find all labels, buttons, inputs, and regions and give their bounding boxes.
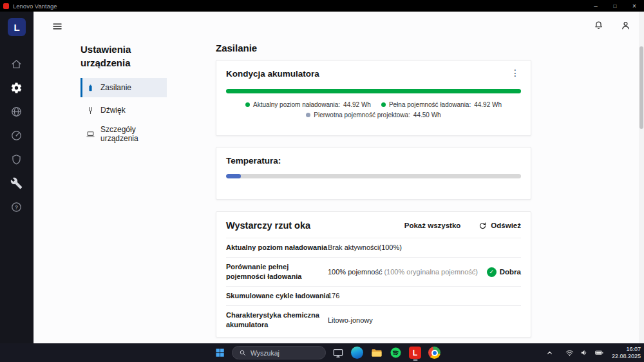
battery-health-bar bbox=[226, 89, 521, 93]
windows-taskbar: Wyszukaj L bbox=[0, 343, 644, 362]
settings-gear-icon[interactable] bbox=[10, 81, 23, 94]
vantage-logo[interactable]: L bbox=[8, 18, 26, 36]
scrollbar-track[interactable] bbox=[639, 12, 644, 343]
row-value: 100% pojemność (100% oryginalna pojemnoś… bbox=[328, 267, 478, 277]
legend-dot bbox=[306, 113, 310, 117]
battery-condition-card: Kondycja akumulatora ⋮ Aktualny poziom n… bbox=[216, 60, 531, 136]
close-button[interactable]: × bbox=[625, 0, 644, 12]
hamburger-menu-icon[interactable] bbox=[52, 21, 63, 32]
battery-legend-row2: Pierwotna pojemność projektowa: 44.50 Wh bbox=[226, 111, 521, 119]
volume-icon[interactable] bbox=[580, 348, 590, 358]
legend-value: 44.92 Wh bbox=[343, 101, 371, 108]
windows-start-icon[interactable] bbox=[213, 344, 227, 361]
lenovo-vantage-window: Lenovo Vantage – □ × L bbox=[0, 0, 644, 362]
security-shield-icon[interactable] bbox=[10, 153, 23, 166]
status-badge: ✓ Dobra bbox=[487, 267, 521, 277]
titlebar: Lenovo Vantage – □ × bbox=[0, 0, 644, 12]
home-icon[interactable] bbox=[10, 57, 23, 70]
nav-item-label: Zasilanie bbox=[100, 83, 131, 92]
legend-label: Pierwotna pojemność projektowa: bbox=[314, 111, 410, 119]
folder-icon[interactable] bbox=[369, 344, 384, 361]
svg-text:?: ? bbox=[15, 204, 18, 210]
wifi-icon[interactable] bbox=[565, 348, 575, 358]
search-icon bbox=[239, 349, 247, 357]
row-label: Aktualny poziom naładowania bbox=[226, 243, 328, 252]
nav-item-label: Szczegóły urządzenia bbox=[100, 125, 163, 143]
maximize-button[interactable]: □ bbox=[605, 0, 625, 12]
laptop-icon bbox=[86, 129, 95, 139]
battery-tray-icon[interactable] bbox=[594, 348, 605, 358]
notifications-bell-icon[interactable] bbox=[593, 20, 604, 31]
content-area: Ustawienia urządzenia Zasilanie Dźwięk bbox=[33, 12, 644, 343]
edge-icon[interactable] bbox=[350, 344, 365, 361]
refresh-button[interactable]: Odśwież bbox=[478, 222, 521, 230]
scrollbar-thumb[interactable] bbox=[639, 46, 643, 129]
nav-item-szczegoly[interactable]: Szczegóły urządzenia bbox=[80, 123, 167, 145]
card-title: Wystarczy rzut oka bbox=[226, 220, 404, 231]
nav-item-zasilanie[interactable]: Zasilanie bbox=[80, 78, 167, 97]
temperature-bar-track bbox=[226, 174, 521, 178]
taskbar-apps: Wyszukaj L bbox=[213, 343, 442, 362]
legend-item: Aktualny poziom naładowania: 44.92 Wh bbox=[245, 101, 371, 108]
badge-label: Dobra bbox=[500, 268, 521, 276]
topbar-actions bbox=[593, 20, 631, 31]
battery-legend-row1: Aktualny poziom naładowania: 44.92 Wh Pe… bbox=[226, 101, 521, 108]
performance-gauge-icon[interactable] bbox=[10, 129, 23, 142]
check-circle-icon: ✓ bbox=[487, 267, 497, 277]
card-title: Kondycja akumulatora bbox=[226, 69, 319, 79]
legend-label: Pełna pojemność ładowania: bbox=[389, 101, 471, 108]
legend-dot bbox=[245, 102, 250, 107]
nav-item-dzwiek[interactable]: Dźwięk bbox=[80, 100, 167, 120]
legend-item: Pierwotna pojemność projektowa: 44.50 Wh bbox=[306, 111, 440, 119]
minimize-button[interactable]: – bbox=[586, 0, 605, 12]
primary-sidebar: L bbox=[0, 12, 33, 343]
show-all-button[interactable]: Pokaż wszystko bbox=[404, 222, 461, 229]
lenovo-vantage-icon[interactable]: L bbox=[408, 344, 422, 361]
spotify-icon[interactable] bbox=[388, 344, 403, 361]
main-panel: Zasilanie Kondycja akumulatora ⋮ Aktualn… bbox=[216, 12, 531, 343]
legend-dot bbox=[381, 102, 386, 107]
search-input[interactable]: Wyszukaj bbox=[232, 346, 326, 359]
page-title: Zasilanie bbox=[216, 43, 257, 53]
chevron-up-icon[interactable] bbox=[545, 348, 555, 358]
legend-value: 44.50 Wh bbox=[413, 111, 441, 119]
refresh-label: Odśwież bbox=[491, 222, 521, 229]
legend-label: Aktualny poziom naładowania: bbox=[253, 101, 340, 108]
nav-item-label: Dźwięk bbox=[100, 106, 126, 115]
clock-date: 22.08.2025 bbox=[612, 353, 641, 360]
temperature-card: Temperatura: bbox=[216, 147, 531, 200]
more-options-icon[interactable]: ⋮ bbox=[509, 69, 521, 77]
device-settings-nav: Ustawienia urządzenia Zasilanie Dźwięk bbox=[80, 43, 167, 145]
card-title: Temperatura: bbox=[226, 156, 521, 166]
row-value: 176 bbox=[328, 291, 339, 301]
system-tray: 16:07 22.08.2025 bbox=[545, 343, 641, 362]
vantage-app-icon bbox=[3, 3, 9, 9]
row-label: Porównanie pełnej pojemności ładowania bbox=[226, 262, 328, 281]
table-row: Porównanie pełnej pojemności ładowania 1… bbox=[226, 257, 521, 286]
row-label: Skumulowane cykle ładowania bbox=[226, 291, 328, 301]
taskbar-clock[interactable]: 16:07 22.08.2025 bbox=[612, 346, 641, 359]
window-controls: – □ × bbox=[586, 0, 644, 12]
row-value: Litowo-jonowy bbox=[328, 316, 373, 325]
row-value: Brak aktywności(100%) bbox=[328, 243, 402, 252]
search-placeholder: Wyszukaj bbox=[251, 349, 279, 357]
refresh-icon bbox=[478, 222, 487, 230]
battery-icon bbox=[86, 83, 95, 93]
table-row: Charakterystyka chemiczna akumulatora Li… bbox=[226, 305, 521, 334]
table-row: Skumulowane cykle ładowania 176 bbox=[226, 286, 521, 305]
window-title: Lenovo Vantage bbox=[13, 3, 57, 10]
subnav-list: Zasilanie Dźwięk Szczegóły urządzenia bbox=[80, 78, 167, 145]
clock-time: 16:07 bbox=[612, 346, 641, 353]
glance-card: Wystarczy rzut oka Pokaż wszystko Odświe… bbox=[216, 211, 531, 338]
table-row: Aktualny poziom naładowania Brak aktywno… bbox=[226, 238, 521, 257]
legend-item: Pełna pojemność ładowania: 44.92 Wh bbox=[381, 101, 502, 108]
monitor-icon[interactable] bbox=[330, 344, 345, 361]
sound-tuning-fork-icon bbox=[86, 106, 95, 115]
sidebar-icon-rail: ? bbox=[10, 57, 23, 213]
user-account-icon[interactable] bbox=[620, 20, 631, 31]
legend-value: 44.92 Wh bbox=[474, 101, 502, 108]
chrome-icon[interactable] bbox=[427, 344, 442, 361]
hardware-tools-icon[interactable] bbox=[10, 176, 23, 189]
support-help-icon[interactable]: ? bbox=[10, 200, 23, 213]
browser-globe-icon[interactable] bbox=[10, 105, 23, 118]
